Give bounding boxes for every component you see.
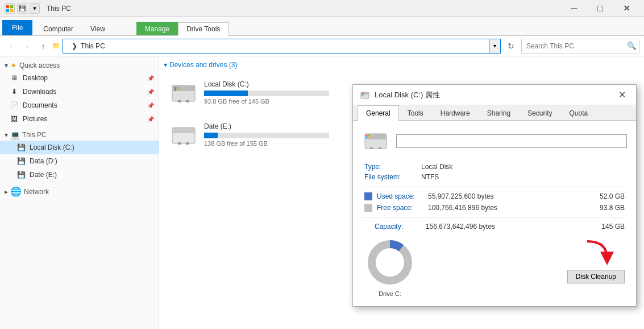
search-input[interactable] [522, 40, 624, 52]
dialog-divider-1 [362, 187, 627, 187]
search-button[interactable]: 🔍 [624, 39, 639, 53]
maximize-button[interactable]: □ [587, 0, 613, 17]
red-arrow-icon [576, 237, 616, 265]
svg-rect-29 [368, 137, 369, 138]
ribbon-tabs: File Computer View Manage Drive Tools [0, 17, 644, 35]
svg-rect-20 [363, 93, 364, 94]
sidebar-network-label: Network [24, 188, 49, 196]
sidebar-item-this-pc[interactable]: 💾 Local Disk (C:) [0, 141, 159, 154]
ribbon: File Computer View Manage Drive Tools [0, 17, 644, 36]
svg-rect-10 [177, 89, 178, 91]
sidebar-item-data-d[interactable]: 💾 Data (D:) [0, 154, 159, 168]
disk-cleanup-button[interactable]: Disk Cleanup [567, 270, 625, 283]
dialog-name-input[interactable] [396, 134, 627, 148]
svg-rect-22 [363, 94, 364, 96]
refresh-button[interactable]: ↻ [503, 38, 519, 54]
tab-file[interactable]: File [2, 20, 32, 35]
svg-rect-14 [172, 128, 195, 133]
donut-chart-container: Drive C: [364, 237, 416, 297]
breadcrumb-icon: 📁 [52, 42, 60, 50]
sidebar-data-d-label: Data (D:) [30, 157, 154, 165]
used-space-label: Used space: [377, 192, 428, 200]
minimize-button[interactable]: ─ [561, 0, 587, 17]
sidebar-section-this-pc[interactable]: ▾ 💻 This PC [0, 128, 159, 141]
quick-access-star-icon: ✦ [10, 61, 17, 70]
drive-c-bar-fill [204, 91, 248, 96]
capacity-bytes: 156,673,642,496 bytes [426, 223, 585, 231]
dialog-tab-security[interactable]: Security [519, 105, 560, 121]
dialog-tab-quota[interactable]: Quota [560, 105, 596, 121]
sidebar-item-pictures[interactable]: 🖼 Pictures 📌 [0, 112, 159, 126]
address-dropdown[interactable]: ▾ [489, 39, 501, 54]
svg-rect-19 [362, 93, 363, 94]
svg-rect-21 [362, 94, 363, 96]
title-bar-icons: 💾 ▼ [5, 3, 40, 14]
pictures-icon: 🖼 [9, 114, 19, 124]
sidebar-desktop-label: Desktop [23, 74, 145, 82]
free-space-bytes: 100,766,416,896 bytes [428, 204, 585, 212]
local-disk-sidebar-icon: 💾 [16, 142, 26, 153]
this-pc-icon: 💻 [10, 130, 20, 139]
tab-view[interactable]: View [82, 22, 114, 35]
desktop-icon: 🖥 [9, 73, 19, 83]
tab-computer[interactable]: Computer [35, 22, 82, 35]
svg-rect-31 [379, 147, 381, 149]
sidebar-item-date-e[interactable]: 💾 Date (E:) [0, 168, 159, 182]
sidebar-section-quick-access[interactable]: ▾ ✦ Quick access [0, 59, 159, 71]
dialog-tab-sharing[interactable]: Sharing [479, 105, 519, 121]
sidebar-local-disk-label: Local Disk (C:) [30, 143, 154, 151]
svg-point-34 [377, 250, 402, 275]
sidebar-item-downloads[interactable]: ⬇ Downloads 📌 [0, 85, 159, 98]
pin-icon: 📌 [147, 75, 154, 81]
section-header-label: Devices and drives (3) [169, 61, 237, 69]
dialog-content: Type: Local Disk File system: NTFS Used … [353, 121, 636, 306]
drive-c-bar-bg [204, 91, 329, 96]
dialog-tab-hardware[interactable]: Hardware [432, 105, 479, 121]
quick-access-toolbar-undo[interactable]: ▼ [30, 3, 40, 14]
svg-rect-3 [10, 9, 13, 12]
dialog-info-table: Type: Local Disk File system: NTFS [362, 162, 627, 182]
window-title: This PC [47, 5, 71, 13]
svg-rect-28 [366, 137, 367, 138]
dialog-tab-general[interactable]: General [358, 105, 399, 121]
free-space-label: Free space: [377, 204, 428, 212]
drive-c-icon [169, 77, 198, 107]
dialog-title-text: Local Disk (C:) 属性 [375, 90, 614, 100]
dialog-drive-icon [362, 128, 389, 155]
sidebar-downloads-label: Downloads [23, 88, 145, 96]
used-space-gb: 52.0 GB [585, 192, 625, 200]
donut-area: Drive C: Disk [362, 232, 627, 299]
section-header-devices: ▾ Devices and drives (3) [164, 61, 639, 69]
properties-dialog: Local Disk (C:) 属性 ✕ General Tools Hardw… [352, 84, 637, 307]
up-button[interactable]: ↑ [36, 39, 50, 53]
tab-drive-tools[interactable]: Drive Tools [178, 22, 228, 36]
arrow-container [576, 237, 616, 265]
svg-rect-27 [368, 135, 369, 136]
free-space-dot [364, 204, 372, 212]
drive-label: Drive C: [379, 290, 401, 297]
dialog-close-button[interactable]: ✕ [614, 88, 629, 102]
quick-access-toolbar-save[interactable]: 💾 [17, 3, 27, 14]
forward-button[interactable]: › [20, 39, 34, 53]
sidebar-item-documents[interactable]: 📄 Documents 📌 [0, 98, 159, 112]
address-input[interactable] [63, 39, 489, 54]
pin-icon-docs: 📌 [147, 102, 154, 109]
dialog-tab-tools[interactable]: Tools [399, 105, 432, 121]
dialog-title-bar: Local Disk (C:) 属性 ✕ [353, 85, 636, 105]
filesystem-value: NTFS [419, 172, 627, 182]
sidebar-this-pc-label: This PC [22, 131, 47, 139]
svg-rect-9 [174, 89, 176, 91]
dialog-title-icon [360, 90, 370, 100]
close-button[interactable]: ✕ [613, 0, 639, 17]
filesystem-label: File system: [362, 172, 419, 182]
svg-rect-15 [178, 142, 181, 145]
sidebar-section-network[interactable]: ▸ 🌐 Network [0, 184, 159, 198]
sidebar-item-desktop[interactable]: 🖥 Desktop 📌 [0, 71, 159, 85]
data-d-icon: 💾 [16, 156, 26, 166]
sidebar-date-e-label: Date (E:) [30, 171, 154, 179]
capacity-row: Capacity: 156,673,642,496 bytes 145 GB [362, 221, 627, 232]
back-button[interactable]: ‹ [5, 39, 18, 53]
svg-rect-12 [186, 100, 189, 102]
date-e-icon: 💾 [16, 170, 26, 180]
tab-manage[interactable]: Manage [136, 22, 178, 35]
